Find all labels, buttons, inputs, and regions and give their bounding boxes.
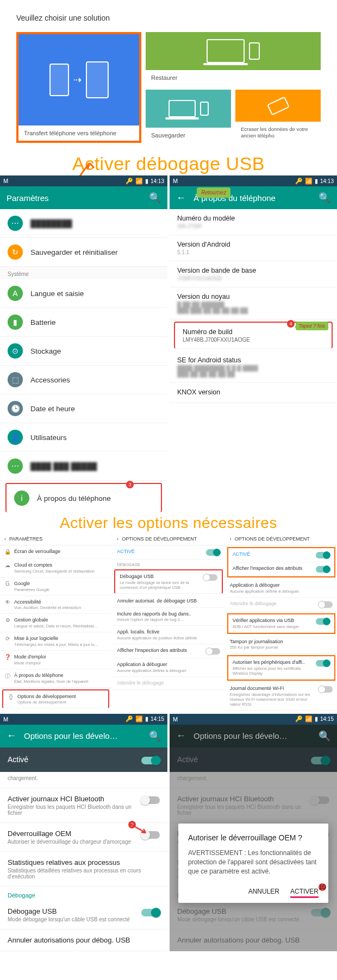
dialog-cancel-button[interactable]: ANNULER xyxy=(248,888,279,895)
screen-devopts-mini: ‹OPTIONS DE DÉVELOPPEMENT ACTIVÉ DÉBOGAG… xyxy=(113,533,224,711)
row-kernel[interactable]: Version du noyau█ ██ ██-█████████ ███ ██… xyxy=(170,287,337,319)
mini-about[interactable]: ⓘÀ propos du téléphoneÉtat, Mentions lég… xyxy=(0,669,111,688)
status-bar: M 🔑📶▮14:15 xyxy=(170,714,337,725)
mini-gestion[interactable]: ⚙Gestion globaleLangue et saisie, Date e… xyxy=(0,614,111,632)
item-accessories[interactable]: ⬚Accessories xyxy=(0,366,167,394)
phone-transfer-icon: ⇢ xyxy=(49,61,109,98)
section-debug: Débogage xyxy=(0,887,167,901)
appbar-title: Options pour les dévelo… xyxy=(24,731,141,740)
row-model[interactable]: Numéro du modèleSM-J700F xyxy=(170,209,337,235)
mini2-verify[interactable]: Vérifier applications via USBADB / ADT f… xyxy=(228,614,334,633)
mini-mock[interactable]: Appli. localis. fictiveAucune applicatio… xyxy=(113,626,224,644)
mini-lock[interactable]: 🔒Écran de verrouillage xyxy=(0,545,111,559)
row-revoke[interactable]: Annuler autorisations pour débog. USB xyxy=(0,929,167,951)
laptop-phone-icon xyxy=(207,39,260,63)
item-users[interactable]: 👤Utilisateurs xyxy=(0,423,167,452)
row-se-android[interactable]: SE for Android status████ ████████ █ █ █… xyxy=(170,351,337,383)
item-about-phone[interactable]: i À propos du téléphone 3 xyxy=(5,483,162,512)
section-system: Système xyxy=(0,267,167,279)
heading-usb-debug: Activer débogage USB xyxy=(0,151,337,175)
row-build-number[interactable]: Numéro de build LMY48B.J700FXXU1AOGE 4 T… xyxy=(174,322,333,349)
mini-inspect[interactable]: Afficher l'inspection des attributs xyxy=(113,644,224,658)
toggle[interactable] xyxy=(141,796,160,804)
row-oem-unlock[interactable]: Déverrouillage OEMAutoriser le déverroui… xyxy=(0,823,167,852)
search-icon[interactable]: 🔍 xyxy=(149,730,161,742)
mini2-wifi[interactable]: Journal documenté Wi-FiEnregistrez davan… xyxy=(226,682,337,711)
mini-update[interactable]: ⟳Mise à jour logicielleTéléchargez les m… xyxy=(0,632,111,651)
back-icon[interactable]: ← xyxy=(176,192,186,204)
solution-title: Veuillez choisir une solution xyxy=(16,14,321,22)
heading-options: Activer les options nécessaires xyxy=(0,512,337,533)
dialog-ok-button[interactable]: ACTIVER 10 xyxy=(290,888,319,895)
screen-devopts-dialog: M 🔑📶▮14:15 ← Options pour les dévelo… 🔍 … xyxy=(170,714,337,951)
mini2-inspect[interactable]: Afficher l'inspection des attributs xyxy=(228,562,334,576)
search-icon[interactable]: 🔍 xyxy=(149,192,161,204)
screen-params-mini: ‹PARAMÈTRES 🔒Écran de verrouillage ☁Clou… xyxy=(0,533,111,711)
tile-transfer[interactable]: ⇢ Transfert téléphone vers téléphone xyxy=(16,32,141,143)
mini-title: ‹OPTIONS DE DÉVELOPPEMENT xyxy=(113,533,224,545)
tile-backup[interactable]: Sauvegarder xyxy=(146,90,231,143)
mini-manual[interactable]: ❓Mode d'emploiMode d'emploi xyxy=(0,651,111,669)
screen-devopts-large: M 🔑📶▮14:15 ← Options pour les dévelo… 🔍 … xyxy=(0,714,167,951)
toggle-usb[interactable] xyxy=(141,909,160,916)
search-icon[interactable]: 🔍 xyxy=(319,192,330,204)
mini-title: ‹PARAMÈTRES xyxy=(0,533,111,545)
row-knox[interactable]: KNOX version xyxy=(170,383,337,403)
mini-cloud[interactable]: ☁Cloud et comptesSamsung Cloud, Sauvegar… xyxy=(0,559,111,577)
search-icon[interactable]: 🔍 xyxy=(319,730,330,742)
toggle[interactable] xyxy=(206,648,220,655)
mini-revoke[interactable]: Annuler autorisat. de débogage USB xyxy=(113,595,224,608)
badge-step-10: 10 xyxy=(319,883,326,891)
status-bar: M 🔑📶▮14:13 xyxy=(0,175,167,186)
mini2-log[interactable]: Tampon pr journalisation256 Ko par tampo… xyxy=(226,636,337,654)
toggle-usb[interactable] xyxy=(203,574,217,581)
appbar-about: ← À propos du téléphone 🔍 Retournez xyxy=(170,186,337,209)
mini2-wait[interactable]: Attendre le débogage xyxy=(226,598,337,612)
mini-google[interactable]: GGoogleParamètres Google xyxy=(0,577,111,596)
row-active[interactable]: Activé xyxy=(0,747,167,772)
back-icon[interactable]: ← xyxy=(7,730,16,742)
mini2-active[interactable]: ACTIVÉ xyxy=(228,548,334,562)
badge-step-3: 3 xyxy=(126,481,134,488)
row-hci[interactable]: Activer journaux HCI BluetoothEnregistre… xyxy=(0,788,167,823)
item-backup-reset[interactable]: ↻Sauvegarder et réinitialiser xyxy=(0,238,167,267)
mini-active[interactable]: ACTIVÉ xyxy=(113,545,224,560)
row-baseband[interactable]: Version de bande de baseJ700FXXU1AOGE xyxy=(170,261,337,287)
appbar-title: Options pour les dévelo… xyxy=(194,731,311,740)
toggle[interactable] xyxy=(316,566,330,573)
row-usb-debug[interactable]: Débogage USBMode débogage lorsqu'un câbl… xyxy=(0,901,167,929)
toggle-active[interactable] xyxy=(316,552,330,558)
tile-restore[interactable]: Restaurer xyxy=(146,32,321,85)
appbar-devopts-dim: ← Options pour les dévelo… 🔍 xyxy=(170,725,337,747)
back-icon[interactable]: ← xyxy=(176,730,186,742)
status-bar: M 🔑📶▮14:15 xyxy=(0,714,167,725)
item-datetime[interactable]: 🕒Date et heure xyxy=(0,394,167,423)
item-language[interactable]: ALangue et saisie xyxy=(0,279,167,308)
status-bar: M 🔑📶▮14:13 xyxy=(170,175,337,186)
toggle-active[interactable] xyxy=(141,757,160,764)
mini-usb-debug[interactable]: Débogage USBLe mode débogage se lance lo… xyxy=(114,569,222,594)
screen-devopts-mini-2: ‹OPTIONS DE DÉVELOPPEMENT ACTIVÉ Affiche… xyxy=(226,533,337,711)
dialog-oem-unlock: Autoriser le déverrouillage OEM ? AVERTI… xyxy=(178,824,328,903)
mini-appdebug[interactable]: Application à déboguerAucune application… xyxy=(113,658,224,677)
toggle[interactable] xyxy=(316,618,330,625)
appbar-devopts: ← Options pour les dévelo… 🔍 xyxy=(0,725,167,747)
item-blurred-dev[interactable]: ⋯████ ███ █████ xyxy=(0,452,167,481)
item-blurred-top[interactable]: ⋯████████ xyxy=(0,209,167,238)
solution-chooser: Veuillez choisir une solution ⇢ Transfer… xyxy=(0,0,337,151)
dialog-title: Autoriser le déverrouillage OEM ? xyxy=(188,833,319,842)
item-battery[interactable]: ▮Batterie xyxy=(0,308,167,337)
mini-wait[interactable]: Attendre le débogage xyxy=(113,677,224,690)
item-storage[interactable]: ⊙Stockage xyxy=(0,337,167,366)
toggle[interactable] xyxy=(316,660,330,667)
mini2-appdebug[interactable]: Application à déboguerAucune application… xyxy=(226,579,337,598)
row-android-version[interactable]: Version d'Android5.1.1 xyxy=(170,235,337,261)
mini-access[interactable]: 👁AccessibilitéVue, Audition, Dextérité e… xyxy=(0,596,111,614)
toggle-active[interactable] xyxy=(206,549,220,556)
mini-devopts[interactable]: {}Options de développementOptions de dév… xyxy=(2,689,109,709)
mini2-periph[interactable]: Autoriser les périphériques d'affi..Affi… xyxy=(228,656,334,680)
tile-erase[interactable]: Ecraser les données de votre ancien télé… xyxy=(235,90,321,143)
mini-bugreport[interactable]: Inclure des rapports de bug dans..Inclur… xyxy=(113,608,224,626)
row-charging-partial: chargement. xyxy=(0,772,167,788)
row-stats[interactable]: Statistiques relatives aux processusStat… xyxy=(0,852,167,887)
